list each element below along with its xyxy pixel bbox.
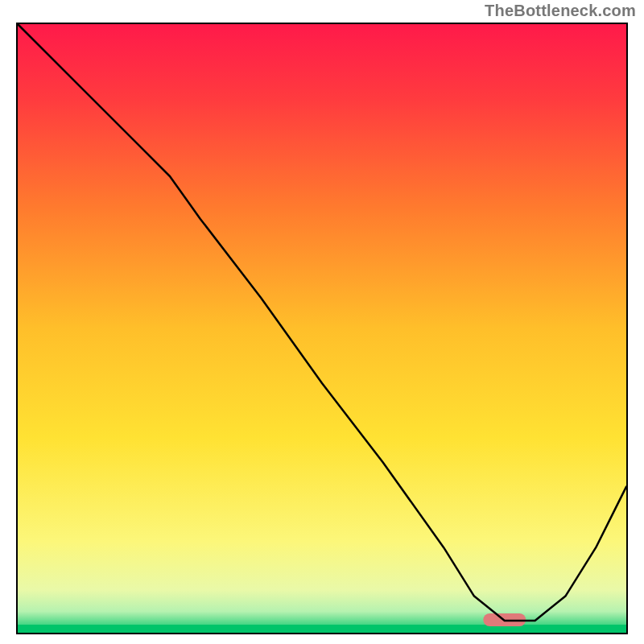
svg-rect-1 <box>18 625 626 633</box>
chart-container: TheBottleneck.com <box>0 0 644 644</box>
chart-svg <box>16 23 628 634</box>
watermark-text: TheBottleneck.com <box>485 2 636 20</box>
chart-area <box>16 23 628 634</box>
